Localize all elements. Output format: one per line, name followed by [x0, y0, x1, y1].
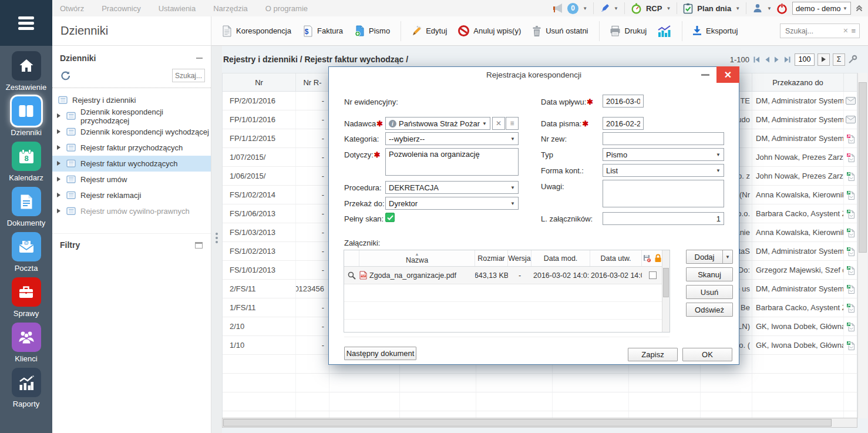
rcp-timer-icon[interactable]	[631, 3, 642, 14]
prev-page-icon[interactable]	[763, 56, 771, 63]
tree-item-2[interactable]: Dziennik korespondencji wychodzącej	[52, 124, 211, 140]
l-zalacznikow-input[interactable]	[603, 212, 724, 225]
skanuj-button[interactable]: Skanuj	[686, 267, 733, 281]
table-vertical-scrollbar[interactable]	[857, 73, 867, 418]
chevron-down-icon[interactable]: ▼	[767, 6, 772, 11]
nadawca-clear-icon[interactable]: ✕	[492, 117, 505, 130]
col-data-mod[interactable]: Data mod.	[531, 250, 590, 266]
col-rozmiar[interactable]: Rozmiar	[475, 250, 508, 266]
logout-power-icon[interactable]	[776, 2, 788, 15]
expand-arrow-icon[interactable]	[57, 161, 60, 166]
table-row-empty[interactable]	[223, 392, 857, 411]
user-context-select[interactable]: demo - demo▼	[792, 2, 851, 15]
col-wersja[interactable]: Wersja	[508, 250, 531, 266]
first-page-icon[interactable]	[752, 56, 761, 63]
sidebar-item-dzienniki[interactable]: Dzienniki	[0, 96, 52, 137]
sidebar-item-kalendarz[interactable]: 8Kalendarz	[0, 142, 52, 182]
sidebar-item-raporty[interactable]: Raporty	[0, 368, 52, 408]
sidebar-item-poczta[interactable]: @Poczta	[0, 232, 52, 273]
expand-arrow-icon[interactable]	[57, 209, 60, 213]
edytuj-button[interactable]: Edytuj	[411, 25, 447, 37]
zapisz-button[interactable]: Zapisz	[628, 348, 678, 361]
search-options-icon[interactable]: ≡	[851, 26, 856, 35]
table-horizontal-scrollbar[interactable]	[222, 418, 857, 428]
pelny-skan-checkbox[interactable]	[385, 213, 395, 222]
last-page-icon[interactable]	[783, 56, 792, 63]
data-pisma-input[interactable]	[603, 117, 644, 130]
plan-dnia-label[interactable]: Plan dnia	[697, 4, 731, 13]
tree-item-7[interactable]: Rejestr umów cywilno-prawnych	[52, 203, 211, 219]
collapse-section-icon[interactable]	[196, 58, 203, 59]
rcp-label[interactable]: RCP	[646, 4, 662, 13]
tree-item-6[interactable]: Rejestr reklamacji	[52, 187, 211, 203]
forma-kont-select[interactable]: List▼	[603, 164, 724, 177]
nadawca-combobox[interactable]: i Państwowa Straż Pożarr▼	[385, 117, 490, 130]
clear-search-icon[interactable]: ✕	[843, 27, 848, 35]
col-nazwa[interactable]: ▲Nazwa	[359, 250, 475, 266]
menu-item-ustawienia[interactable]: Ustawienia	[159, 4, 196, 13]
nadawca-options-icon[interactable]: ≡	[506, 117, 519, 130]
tree-item-0[interactable]: Rejestry i dzienniki	[52, 92, 211, 108]
przekaz-do-select[interactable]: Dyrektor▼	[385, 197, 519, 210]
nr-zew-input[interactable]	[603, 132, 724, 145]
sidebar-item-dokumenty[interactable]: Dokumenty	[0, 187, 52, 227]
customize-columns-icon[interactable]	[848, 55, 857, 64]
breadcrumb[interactable]: Rejestry i dzienniki / Rejestr faktur wy…	[223, 55, 408, 64]
faktura-button[interactable]: $ Faktura	[302, 25, 343, 37]
column-header-9[interactable]	[844, 73, 857, 91]
chevron-down-icon[interactable]: ▼	[666, 6, 671, 11]
user-icon[interactable]	[752, 3, 763, 14]
apply-page-size-icon[interactable]	[817, 53, 830, 66]
procedura-select[interactable]: DEKRETACJA▼	[385, 181, 519, 194]
korespondencja-button[interactable]: Korespondencja	[221, 25, 291, 37]
uwagi-textarea[interactable]	[603, 180, 724, 207]
close-icon[interactable]: ✕	[716, 66, 739, 83]
typ-select[interactable]: Pismo▼	[603, 148, 724, 161]
notification-count-badge[interactable]: 0	[567, 3, 578, 14]
attachment-checkbox[interactable]	[649, 271, 657, 279]
panel-splitter[interactable]	[211, 46, 222, 433]
column-header-0[interactable]: Nr	[223, 73, 296, 91]
sidebar-item-zestawienie[interactable]: Zestawienie	[0, 51, 52, 92]
column-header-8[interactable]: Przekazano do	[752, 73, 844, 91]
kategoria-select[interactable]: --wybierz--▼	[385, 132, 519, 145]
minimize-icon[interactable]	[701, 74, 709, 76]
table-row-empty[interactable]	[223, 374, 857, 392]
menu-item-pracownicy[interactable]: Pracownicy	[102, 4, 140, 13]
anuluj-wpisy-button[interactable]: Anuluj wpis(y)	[457, 25, 521, 37]
hamburger-menu-icon[interactable]	[0, 0, 52, 46]
eksportuj-button[interactable]: Eksportuj	[692, 25, 738, 36]
col-data-utw[interactable]: Data utw.	[590, 250, 642, 266]
preview-magnifier-icon[interactable]	[344, 267, 359, 284]
pismo-button[interactable]: Pismo	[354, 25, 390, 37]
page-size-input[interactable]	[795, 53, 815, 66]
expand-arrow-icon[interactable]	[57, 193, 60, 197]
attachment-row[interactable]: PDF Zgoda_na_organizacje.pdf 643,13 KB -…	[344, 267, 669, 284]
chevron-down-icon[interactable]: ▼	[583, 6, 587, 11]
plan-dnia-clipboard-icon[interactable]	[683, 3, 693, 14]
sum-sigma-button[interactable]: Σ	[833, 53, 845, 66]
nastepny-dokument-button[interactable]: Następny dokument	[344, 347, 416, 360]
highlighter-icon[interactable]	[600, 4, 610, 14]
usun-button[interactable]: Usuń	[686, 285, 733, 299]
delete-file-icon[interactable]	[642, 250, 652, 266]
dodaj-button[interactable]: Dodaj▼	[686, 250, 733, 264]
tree-item-5[interactable]: Rejestr umów	[52, 172, 211, 187]
menu-item-oprogramie[interactable]: O programie	[265, 4, 308, 13]
toolbar-search-input[interactable]	[784, 26, 840, 36]
tree-item-4[interactable]: Rejestr faktur wychodzących	[52, 156, 211, 172]
info-icon[interactable]: i	[389, 120, 396, 127]
tree-search-input[interactable]	[172, 69, 205, 82]
dotyczy-textarea[interactable]: Pozwolenia na organizację	[385, 148, 519, 176]
usun-ostatni-button[interactable]: Usuń ostatni	[531, 25, 588, 37]
ok-button[interactable]: OK	[682, 348, 732, 361]
dodaj-dropdown-icon[interactable]: ▼	[722, 250, 732, 263]
refresh-icon[interactable]	[60, 71, 71, 81]
announcements-icon[interactable]	[551, 4, 563, 13]
next-page-icon[interactable]	[773, 56, 780, 63]
statistics-chart-icon[interactable]	[657, 25, 671, 38]
attachments-scrollbar[interactable]	[662, 250, 669, 332]
odswiez-button[interactable]: Odśwież	[686, 303, 733, 317]
expand-arrow-icon[interactable]	[57, 113, 60, 118]
column-header-1[interactable]: Nr R-	[296, 73, 329, 91]
